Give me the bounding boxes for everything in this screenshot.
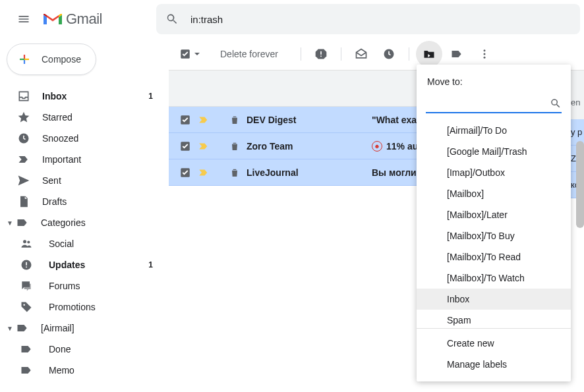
select-all-checkbox[interactable] [179,48,200,60]
svg-rect-9 [320,56,322,57]
move-to-option[interactable]: [Mailbox]/Later [417,204,571,225]
sidebar-item-forums[interactable]: Forums [0,275,169,296]
popup-search-input[interactable] [426,95,562,113]
sender: DEV Digest [247,115,365,125]
sidebar-item-categories[interactable]: ▼ Categories [0,212,169,233]
report-spam-button[interactable] [308,41,334,67]
star-icon [17,111,30,124]
sidebar-item-updates[interactable]: Updates 1 [0,254,169,275]
svg-point-11 [483,49,485,51]
promotions-icon [20,300,33,314]
sidebar-item-inbox[interactable]: Inbox 1 [0,86,169,107]
move-to-option[interactable]: Inbox [417,289,571,310]
svg-point-13 [483,57,485,59]
move-to-option[interactable]: [Imap]/Outbox [417,162,571,183]
sidebar-item-memo[interactable]: Memo [0,360,169,381]
sidebar-item-snoozed[interactable]: Snoozed [0,128,169,149]
move-to-popup: Move to: [Airmail]/To Do[Google Mail]/Tr… [417,65,571,381]
compose-label: Compose [42,54,81,65]
search-input[interactable]: in:trash [190,14,223,25]
sidebar-item-promotions[interactable]: Promotions [0,296,169,318]
move-to-option[interactable]: [Mailbox]/To Watch [417,267,571,289]
chevron-down-icon [194,51,200,57]
sender: LiveJournal [247,167,365,178]
important-marker-icon[interactable] [198,140,210,152]
clock-icon [17,132,30,145]
inbox-icon [17,90,30,103]
gmail-logo[interactable]: Gmail [42,11,102,28]
move-to-option[interactable]: [Mailbox]/To Buy [417,225,571,246]
move-to-footer-action[interactable]: Create new [417,333,571,354]
sidebar-item-airmail[interactable]: ▼ [Airmail] [0,318,169,339]
sidebar: Compose Inbox 1 Starred Snoozed Importan… [0,38,169,392]
sent-icon [17,174,30,187]
more-button[interactable] [471,41,498,67]
svg-rect-5 [26,267,27,268]
popup-title: Move to: [417,65,571,95]
svg-point-12 [483,53,485,55]
trash-icon [229,115,240,125]
row-checkbox[interactable] [179,167,191,179]
move-to-footer-action[interactable]: Manage labels [417,354,571,375]
row-checkbox[interactable] [179,140,191,152]
search-bar[interactable]: in:trash [156,4,580,34]
sidebar-item-social[interactable]: Social [0,233,169,254]
label-icon [20,343,33,356]
trash-icon [229,167,240,178]
forums-icon [20,279,33,293]
search-icon [165,13,179,26]
delete-forever-button[interactable]: Delete forever [216,49,282,59]
gmail-text: Gmail [66,11,102,28]
svg-rect-8 [320,51,322,55]
snooze-button[interactable] [376,41,402,67]
move-to-option[interactable]: [Mailbox] [417,183,571,204]
labels-button[interactable] [444,41,470,67]
categories-icon [16,216,29,229]
scrollbar[interactable] [576,141,584,228]
row-checkbox[interactable] [179,114,191,126]
trash-icon [229,141,240,152]
chevron-down-icon: ▼ [4,219,16,227]
sender: Zoro Team [247,141,365,152]
obscured-text: en [571,85,584,119]
social-icon [20,237,33,250]
important-marker-icon[interactable] [198,167,210,179]
updates-icon [20,258,33,271]
chevron-down-icon: ▼ [4,325,16,332]
sidebar-item-sent[interactable]: Sent [0,170,169,191]
drafts-icon [17,195,30,208]
compose-button[interactable]: Compose [7,43,96,75]
badge-icon: ☻ [372,141,382,152]
plus-icon [16,51,32,67]
mark-read-button[interactable] [348,41,374,67]
important-icon [17,153,30,166]
move-to-option[interactable]: [Google Mail]/Trash [417,141,571,162]
sidebar-item-done[interactable]: Done [0,339,169,360]
svg-point-2 [27,240,30,243]
label-icon [20,364,33,377]
sidebar-item-starred[interactable]: Starred [0,107,169,128]
sidebar-item-important[interactable]: Important [0,149,169,170]
move-to-button[interactable] [416,41,442,67]
svg-point-1 [23,240,26,243]
search-icon [550,98,562,109]
move-to-option[interactable]: [Airmail]/To Do [417,120,571,141]
main-menu-button[interactable] [8,13,40,26]
svg-point-6 [23,304,25,306]
move-to-option[interactable]: [Mailbox]/To Read [417,246,571,267]
important-marker-icon[interactable] [198,114,210,126]
sidebar-item-drafts[interactable]: Drafts [0,191,169,212]
svg-rect-4 [26,262,27,266]
label-icon [16,322,29,335]
